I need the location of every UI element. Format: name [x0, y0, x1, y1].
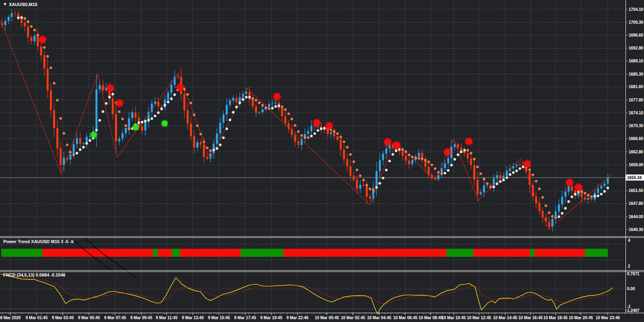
- symbol-dropdown-icon[interactable]: ▼: [3, 2, 7, 6]
- time-axis-label[interactable]: 10 Mar 10:45: [442, 316, 466, 320]
- candle-body: [551, 219, 553, 227]
- time-axis-label[interactable]: 9 Mar 11:45: [156, 316, 178, 320]
- candle-body: [170, 85, 172, 93]
- price-axis-label[interactable]: 1659.00: [629, 163, 644, 167]
- time-axis-label[interactable]: 8 Mar 2020: [0, 316, 21, 320]
- ma-dot-down: [66, 144, 68, 146]
- time-axis-label[interactable]: 9 Mar 22:46: [287, 316, 309, 320]
- ma-dot-down: [489, 186, 492, 188]
- candle-body: [340, 140, 342, 149]
- ma-dot-down: [124, 124, 127, 127]
- time-axis-label[interactable]: 10 Mar 02:45: [341, 316, 365, 320]
- ma-dot-down: [417, 157, 420, 159]
- ma-dot-up: [160, 107, 163, 110]
- trend-band-segment-down: [535, 249, 585, 257]
- price-axis-label[interactable]: 1677.80: [629, 98, 644, 102]
- time-axis-label[interactable]: 10 Mar 00:45: [315, 316, 339, 320]
- trend-band-segment-up: [1, 249, 42, 257]
- time-axis-label[interactable]: 10 Mar 04:45: [367, 316, 391, 320]
- ma-dot-up: [568, 200, 570, 203]
- ma-dot-up: [463, 149, 466, 151]
- time-axis-label[interactable]: 9 Mar 03:45: [52, 316, 74, 320]
- candle-body: [33, 36, 35, 41]
- price-axis-label[interactable]: 1696.60: [629, 33, 644, 37]
- price-axis-label[interactable]: 1640.30: [629, 227, 644, 232]
- time-axis-label[interactable]: 9 Mar 07:45: [104, 316, 126, 320]
- ma-dot-down: [427, 161, 430, 163]
- time-axis-label[interactable]: 10 Mar 12:45: [467, 316, 491, 320]
- time-axis-label[interactable]: 10 Mar 18:45: [543, 316, 568, 320]
- candle-body: [24, 23, 26, 27]
- price-axis-label[interactable]: 1670.30: [629, 124, 644, 128]
- candle-body: [460, 148, 462, 151]
- time-axis-label[interactable]: 10 Mar 08:45: [419, 316, 443, 320]
- ma-dot-down: [183, 88, 186, 91]
- candle-body: [56, 128, 58, 148]
- price-axis-label[interactable]: 1692.80: [629, 46, 644, 50]
- ma-dot-down: [528, 169, 531, 171]
- candle-body: [486, 185, 488, 186]
- time-axis-label[interactable]: 10 Mar 14:45: [493, 316, 517, 320]
- price-axis-label[interactable]: 1666.60: [629, 136, 644, 141]
- ma-dot-up: [108, 96, 111, 98]
- trend-band-segment-up: [446, 249, 473, 257]
- price-axis-label[interactable]: 1689.10: [629, 59, 644, 63]
- ma-dot-down: [255, 99, 257, 101]
- candle-body: [73, 144, 75, 154]
- candle-body: [467, 153, 469, 159]
- candle-body: [333, 132, 335, 136]
- price-axis-label[interactable]: 1700.30: [629, 20, 644, 25]
- candle-body: [568, 186, 570, 192]
- ma-dot-down: [486, 182, 488, 185]
- candle-body: [122, 133, 124, 139]
- candle-body: [43, 56, 45, 69]
- price-axis-label[interactable]: 1685.30: [629, 72, 644, 76]
- time-axis-label[interactable]: 10 Mar 23:46: [596, 316, 620, 320]
- candle-body: [95, 89, 97, 131]
- price-axis-label[interactable]: 1662.80: [629, 150, 644, 154]
- price-axis-label[interactable]: 1674.10: [629, 111, 644, 115]
- ma-dot-up: [111, 93, 114, 95]
- ma-dot-down: [196, 124, 198, 127]
- time-axis-label[interactable]: 9 Mar 01:45: [26, 316, 48, 320]
- ma-dot-down: [535, 180, 537, 182]
- price-axis-label[interactable]: 1681.60: [629, 85, 644, 89]
- ma-dot-up: [509, 173, 511, 175]
- candle-body: [281, 108, 283, 116]
- time-axis-label[interactable]: 10 Mar 20:45: [569, 316, 593, 320]
- time-axis-label[interactable]: 10 Mar 06:45: [393, 316, 417, 320]
- main-chart-plot[interactable]: [0, 0, 625, 236]
- candle-body: [50, 91, 52, 110]
- time-axis-label[interactable]: 9 Mar 05:45: [78, 316, 100, 320]
- ma-dot-up: [242, 98, 244, 101]
- price-axis-label[interactable]: 1704.10: [629, 7, 644, 12]
- ma-dot-up: [317, 129, 319, 132]
- candle-body: [187, 110, 189, 124]
- ma-dot-down: [303, 136, 306, 138]
- candle-body: [528, 171, 530, 185]
- time-axis-label[interactable]: 10 Mar 16:45: [518, 316, 543, 320]
- fncd-title: FNCD (34,5,13) 0.0684 -0.1046: [3, 272, 66, 277]
- ma-dot-down: [69, 151, 72, 153]
- ma-dot-up: [392, 153, 394, 155]
- ma-dot-down: [548, 211, 550, 214]
- candle-body: [203, 144, 205, 157]
- time-axis-label[interactable]: 9 Mar 15:45: [208, 316, 230, 320]
- candle-body: [37, 36, 39, 47]
- candle-body: [161, 107, 163, 108]
- time-axis-label[interactable]: 9 Mar 09:45: [130, 316, 153, 320]
- ma-dot-down: [437, 171, 440, 173]
- time-axis-label[interactable]: 9 Mar 19:45: [260, 316, 283, 320]
- time-axis-label[interactable]: 9 Mar 17:45: [234, 316, 256, 320]
- ma-dot-up: [82, 146, 85, 148]
- ma-dot-up: [395, 149, 397, 152]
- price-axis-label[interactable]: 1651.50: [629, 188, 644, 193]
- candle-body: [102, 85, 104, 90]
- candle-body: [307, 131, 309, 134]
- time-axis-label[interactable]: 9 Mar 13:45: [182, 316, 204, 320]
- ma-dot-down: [193, 114, 195, 116]
- price-axis-label[interactable]: 1647.80: [629, 201, 644, 206]
- ma-dot-up: [141, 121, 143, 123]
- candle-body: [131, 112, 133, 118]
- price-axis-label[interactable]: 1644.00: [629, 215, 644, 219]
